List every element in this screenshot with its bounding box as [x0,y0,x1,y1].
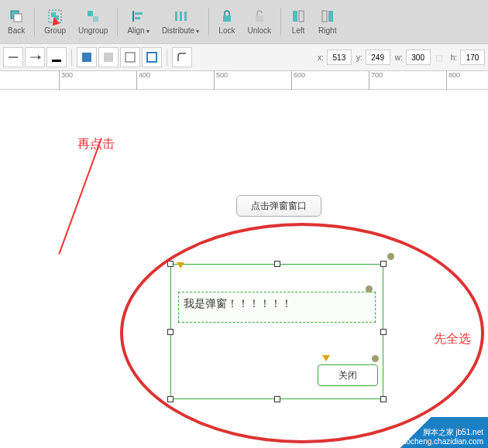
distribute-button[interactable]: Distribute [156,7,205,36]
svg-rect-1 [14,14,22,22]
unlock-label: Unlock [247,26,271,35]
svg-rect-24 [104,53,113,62]
selection-marker-icon [177,262,184,268]
resize-handle-sw[interactable] [167,396,174,402]
separator [208,8,209,36]
h-label: h: [451,53,457,62]
separator [280,8,281,36]
svg-rect-12 [184,12,187,21]
back-icon [9,9,24,24]
unlock-button[interactable]: Unlock [241,7,277,36]
right-label: Right [318,26,336,35]
ruler-tick: 400 [136,71,150,90]
left-button[interactable]: Left [284,7,312,36]
rotation-handle[interactable] [387,253,394,260]
separator [71,49,72,66]
svg-rect-6 [93,16,98,22]
resize-handle-w[interactable] [167,329,174,335]
left-label: Left [292,26,305,35]
svg-marker-21 [38,55,41,60]
link-dimensions-icon[interactable]: ⬚ [432,50,446,65]
horizontal-ruler: 300 400 500 600 700 800 [0,71,488,90]
selected-group[interactable]: 我是弹窗！！！！！！ 关闭 [170,264,383,399]
ruler-tick: 700 [369,71,383,90]
ungroup-button[interactable]: Ungroup [72,7,114,36]
border-style-button[interactable] [120,47,140,67]
lock-icon [219,9,235,24]
corner-radius-button[interactable] [172,47,192,67]
svg-rect-23 [82,53,91,62]
ruler-tick: 500 [214,71,228,90]
separator [167,49,167,66]
svg-rect-25 [125,53,135,62]
border-color-button[interactable] [142,47,162,67]
svg-rect-5 [88,11,93,16]
separator [34,8,35,36]
popup-trigger-button[interactable]: 点击弹窗窗口 [236,195,321,217]
annotation-select-first: 先全选 [434,331,471,347]
separator [117,8,118,36]
x-input[interactable] [327,50,352,65]
svg-rect-17 [322,11,327,22]
svg-rect-22 [52,60,61,62]
svg-rect-26 [147,53,156,62]
main-toolbar: Back Group Ungroup Align Distribute Lock… [0,0,488,43]
popup-trigger-label: 点击弹窗窗口 [251,200,307,213]
align-icon [131,9,146,24]
back-button[interactable]: Back [2,7,31,36]
ruler-tick: 600 [291,71,305,90]
right-icon [320,9,335,24]
lock-button[interactable]: Lock [212,7,241,36]
resize-handle-nw[interactable] [167,261,174,267]
right-button[interactable]: Right [312,7,342,36]
rotation-handle[interactable] [366,286,373,292]
selection-marker-icon [322,355,330,361]
ungroup-label: Ungroup [78,26,108,35]
ruler-tick: 300 [59,71,73,90]
back-label: Back [8,26,25,35]
ungroup-icon [85,9,101,24]
fill-color-button[interactable] [77,47,97,67]
svg-rect-14 [256,15,263,22]
x-label: x: [318,53,324,62]
line-style-button[interactable] [3,47,23,67]
close-button-label: 关闭 [339,369,357,382]
resize-handle-se[interactable] [380,396,387,402]
sub-toolbar: x: y: w: ⬚ h: [0,43,488,71]
lock-label: Lock [218,26,235,35]
unlock-icon [252,9,267,24]
svg-rect-16 [299,11,304,22]
popup-text-content: 我是弹窗！！！！！！ [179,292,375,316]
svg-rect-15 [293,11,297,22]
y-input[interactable] [366,50,390,65]
ruler-tick: 800 [446,71,460,90]
annotation-arrow [58,138,102,255]
resize-handle-ne[interactable] [380,261,387,267]
resize-handle-e[interactable] [380,329,387,335]
svg-rect-13 [223,15,231,22]
opacity-button[interactable] [98,47,119,67]
design-canvas[interactable]: 点击弹窗窗口 我是弹窗！！！！！！ 关闭 再点击 先全选 脚本之家 jb51 [0,90,488,448]
close-button-widget[interactable]: 关闭 [318,364,378,386]
svg-rect-18 [328,11,333,22]
svg-rect-10 [175,12,177,21]
distribute-label: Distribute [162,26,199,35]
popup-text-widget[interactable]: 我是弹窗！！！！！！ [178,292,376,323]
w-input[interactable] [406,50,431,65]
arrow-style-button[interactable] [25,47,45,67]
watermark: 脚本之家 jb51.net jiaocheng.chazidian.com [372,417,488,448]
resize-handle-n[interactable] [274,261,280,267]
w-label: w: [395,53,403,62]
left-icon [290,9,306,24]
h-input[interactable] [460,50,485,65]
svg-rect-9 [135,17,140,19]
align-label: Align [127,26,149,35]
y-label: y: [356,53,363,62]
svg-rect-8 [135,12,143,15]
line-color-button[interactable] [46,47,67,67]
distribute-icon [173,9,188,24]
rotation-handle[interactable] [372,355,379,362]
resize-handle-s[interactable] [274,396,280,402]
align-button[interactable]: Align [121,7,155,36]
group-label: Group [44,26,66,35]
